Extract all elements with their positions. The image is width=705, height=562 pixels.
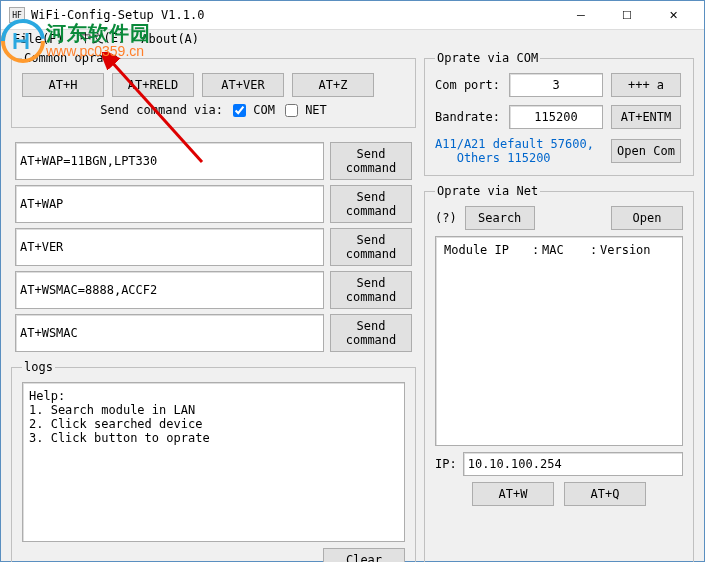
command-row: Send command bbox=[15, 142, 412, 180]
watermark-logo-icon bbox=[0, 18, 46, 64]
command-input-5[interactable] bbox=[15, 314, 324, 352]
oprate-via-com-group: Oprate via COM Com port: +++ a Bandrate:… bbox=[424, 51, 694, 176]
send-command-1[interactable]: Send command bbox=[330, 142, 412, 180]
at-reld-button[interactable]: AT+RELD bbox=[112, 73, 194, 97]
open-net-button[interactable]: Open bbox=[611, 206, 683, 230]
com-legend: Oprate via COM bbox=[435, 51, 540, 65]
com-checkbox[interactable] bbox=[233, 104, 246, 117]
com-port-label: Com port: bbox=[435, 78, 501, 92]
command-list: Send command Send command Send command S… bbox=[11, 136, 416, 352]
command-row: Send command bbox=[15, 185, 412, 223]
send-command-4[interactable]: Send command bbox=[330, 271, 412, 309]
command-input-1[interactable] bbox=[15, 142, 324, 180]
maximize-button[interactable]: ☐ bbox=[604, 1, 650, 29]
com-checkbox-label[interactable]: COM bbox=[233, 103, 275, 117]
ip-input[interactable] bbox=[463, 452, 683, 476]
command-input-4[interactable] bbox=[15, 271, 324, 309]
watermark: 河东软件园 www.pc0359.cn bbox=[0, 18, 151, 64]
hdr-version: Version bbox=[600, 243, 651, 257]
net-help[interactable]: (?) bbox=[435, 211, 457, 225]
watermark-text: 河东软件园 bbox=[46, 22, 151, 44]
net-checkbox[interactable] bbox=[285, 104, 298, 117]
oprate-via-net-group: Oprate via Net (?) Search Open Module IP… bbox=[424, 184, 694, 562]
module-list[interactable]: Module IP : MAC : Version bbox=[435, 236, 683, 446]
close-button[interactable]: ✕ bbox=[650, 1, 696, 29]
watermark-url: www.pc0359.cn bbox=[46, 44, 151, 59]
command-row: Send command bbox=[15, 271, 412, 309]
clear-button[interactable]: Clear bbox=[323, 548, 405, 562]
command-input-2[interactable] bbox=[15, 185, 324, 223]
net-legend: Oprate via Net bbox=[435, 184, 540, 198]
send-command-5[interactable]: Send command bbox=[330, 314, 412, 352]
send-command-3[interactable]: Send command bbox=[330, 228, 412, 266]
list-header: Module IP : MAC : Version bbox=[440, 241, 678, 259]
send-command-2[interactable]: Send command bbox=[330, 185, 412, 223]
at-h-button[interactable]: AT+H bbox=[22, 73, 104, 97]
at-w-button[interactable]: AT+W bbox=[472, 482, 554, 506]
hdr-ip: Module IP bbox=[444, 243, 532, 257]
baud-hint: A11/A21 default 57600, Others 115200 bbox=[435, 137, 603, 165]
at-entm-button[interactable]: AT+ENTM bbox=[611, 105, 681, 129]
send-via-label: Send command via: bbox=[100, 103, 223, 117]
baud-input[interactable] bbox=[509, 105, 603, 129]
command-row: Send command bbox=[15, 228, 412, 266]
baud-label: Bandrate: bbox=[435, 110, 501, 124]
open-com-button[interactable]: Open Com bbox=[611, 139, 681, 163]
at-ver-button[interactable]: AT+VER bbox=[202, 73, 284, 97]
command-row: Send command bbox=[15, 314, 412, 352]
logs-textarea[interactable] bbox=[22, 382, 405, 542]
command-input-3[interactable] bbox=[15, 228, 324, 266]
logs-group: logs Clear bbox=[11, 360, 416, 562]
net-checkbox-label[interactable]: NET bbox=[285, 103, 327, 117]
at-q-button[interactable]: AT+Q bbox=[564, 482, 646, 506]
search-button[interactable]: Search bbox=[465, 206, 535, 230]
logs-legend: logs bbox=[22, 360, 55, 374]
at-z-button[interactable]: AT+Z bbox=[292, 73, 374, 97]
ip-label: IP: bbox=[435, 457, 457, 471]
hdr-mac: MAC bbox=[542, 243, 590, 257]
plus-a-button[interactable]: +++ a bbox=[611, 73, 681, 97]
minimize-button[interactable]: ─ bbox=[558, 1, 604, 29]
com-port-input[interactable] bbox=[509, 73, 603, 97]
